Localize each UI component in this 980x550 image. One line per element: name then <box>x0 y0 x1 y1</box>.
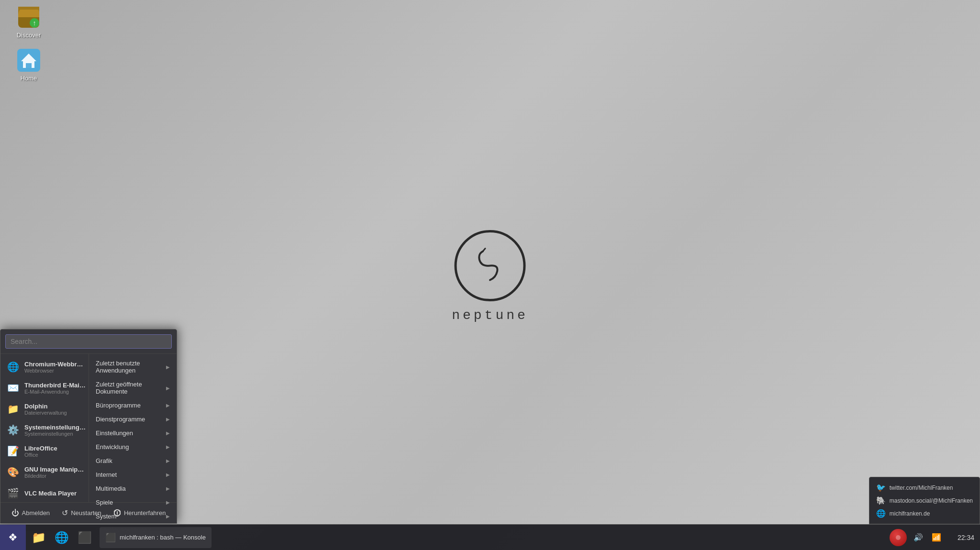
chevron-right-icon: ▶ <box>166 486 170 491</box>
taskbar-app-files[interactable]: 📁 <box>28 527 50 549</box>
thunderbird-icon: ✉️ <box>6 381 20 395</box>
app-subtitle-gimp: Bildeditor <box>24 473 87 479</box>
app-item-systemeinstellungen[interactable]: ⚙️ Systemeinstellungen Systemeinstellung… <box>0 419 89 440</box>
app-item-vlc[interactable]: 🎬 VLC Media Player <box>0 483 89 502</box>
active-window-icon: ⬛ <box>105 532 116 543</box>
chevron-right-icon: ▶ <box>166 403 170 408</box>
system-tray: 🔊 📶 22:34 <box>890 529 980 546</box>
files-icon: 📁 <box>32 531 46 544</box>
category-internet[interactable]: Internet ▶ <box>89 468 177 482</box>
tray-avatar[interactable] <box>890 529 907 546</box>
app-subtitle-libreoffice: Office <box>24 452 57 458</box>
app-name-dolphin: Dolphin <box>24 403 67 410</box>
systemeinstellungen-icon: ⚙️ <box>6 423 20 437</box>
action-abmelden[interactable]: ⏻ Abmelden <box>8 506 54 519</box>
abmelden-label: Abmelden <box>22 509 50 517</box>
social-item-mastodon[interactable]: 🐘 mastodon.social/@MichlFranken <box>876 494 973 507</box>
app-subtitle-dolphin: Dateierverwaltung <box>24 410 67 416</box>
discover-icon-label: Discover <box>17 32 41 39</box>
app-item-gimp[interactable]: 🎨 GNU Image Manipulation ... Bildeditor <box>0 462 89 483</box>
desktop: ↑ Discover Home neptune <box>0 0 980 550</box>
app-subtitle-thunderbird: E-Mail-Anwendung <box>24 389 87 395</box>
app-item-thunderbird[interactable]: ✉️ Thunderbird E-Mail und ... E-Mail-Anw… <box>0 377 89 398</box>
vlc-icon: 🎬 <box>6 486 20 500</box>
desktop-icon-home[interactable]: Home <box>7 48 50 82</box>
volume-icon[interactable]: 🔊 <box>912 531 925 544</box>
chevron-right-icon: ▶ <box>166 444 170 450</box>
app-subtitle-systemeinstellungen: Systemeinstellungen <box>24 431 87 437</box>
herunterfahren-icon: ⏼ <box>113 509 121 517</box>
chevron-right-icon: ▶ <box>166 364 170 370</box>
app-name-libreoffice: LibreOffice <box>24 445 57 452</box>
search-bar-container <box>0 330 177 354</box>
network-icon[interactable]: 📶 <box>930 531 943 544</box>
app-item-libreoffice[interactable]: 📝 LibreOffice Office <box>0 440 89 462</box>
svg-rect-8 <box>26 63 32 68</box>
app-name-chromium: Chromium-Webbrowser <box>24 361 87 368</box>
libreoffice-icon: 📝 <box>6 444 20 458</box>
app-subtitle-chromium: Webbrowser <box>24 368 87 374</box>
right-panel: Zuletzt benutzte Anwendungen ▶ Zuletzt g… <box>89 354 177 502</box>
social-label-mastodon: mastodon.social/@MichlFranken <box>890 497 973 504</box>
app-name-gimp: GNU Image Manipulation ... <box>24 466 87 473</box>
website-icon: 🌐 <box>876 509 886 518</box>
chevron-right-icon: ▶ <box>166 430 170 436</box>
social-item-website[interactable]: 🌐 michlfranken.de <box>876 507 973 520</box>
dolphin-icon: 📁 <box>6 402 20 416</box>
search-input[interactable] <box>5 334 172 349</box>
start-button[interactable]: ❖ <box>0 525 26 550</box>
category-dienstprogramme[interactable]: Dienstprogramme ▶ <box>89 412 177 426</box>
neustarten-icon: ↺ <box>62 508 68 517</box>
twitter-icon: 🐦 <box>876 483 886 492</box>
taskbar-app-browser[interactable]: 🌐 <box>51 527 73 549</box>
app-item-dolphin[interactable]: 📁 Dolphin Dateierverwaltung <box>0 398 89 419</box>
chevron-right-icon: ▶ <box>166 472 170 477</box>
social-label-twitter: twitter.com/MichlFranken <box>890 484 953 491</box>
taskbar-pinned-apps: 📁 🌐 ⬛ <box>26 525 98 550</box>
chevron-right-icon: ▶ <box>166 500 170 505</box>
desktop-icon-discover[interactable]: ↑ Discover <box>7 5 50 39</box>
app-name-vlc: VLC Media Player <box>24 490 77 497</box>
category-entwicklung[interactable]: Entwicklung ▶ <box>89 440 177 454</box>
chevron-right-icon: ▶ <box>166 417 170 422</box>
category-zuletzt-geoeffnet[interactable]: Zuletzt geöffnete Dokumente ▶ <box>89 377 177 398</box>
active-window-button[interactable]: ⬛ michlfranken : bash — Konsole <box>100 527 212 548</box>
taskbar: ❖ 📁 🌐 ⬛ ⬛ michlfranken : bash — Konsole … <box>0 524 980 550</box>
app-item-chromium[interactable]: 🌐 Chromium-Webbrowser Webbrowser <box>0 356 89 377</box>
menu-content: 🌐 Chromium-Webbrowser Webbrowser ✉️ Thun… <box>0 354 177 502</box>
category-bueroprogramme[interactable]: Büroprogramme ▶ <box>89 398 177 412</box>
neptune-logo: neptune <box>452 228 528 323</box>
svg-text:↑: ↑ <box>33 19 36 27</box>
chevron-right-icon: ▶ <box>166 385 170 391</box>
neustarten-label: Neustarten <box>71 509 101 517</box>
gimp-icon: 🎨 <box>6 465 20 479</box>
taskbar-app-terminal[interactable]: ⬛ <box>74 527 96 549</box>
category-einstellungen[interactable]: Einstellungen ▶ <box>89 426 177 440</box>
social-label-website: michlfranken.de <box>890 510 930 517</box>
category-zuletzt-benutzte[interactable]: Zuletzt benutzte Anwendungen ▶ <box>89 356 177 377</box>
app-name-systemeinstellungen: Systemeinstellungen <box>24 424 87 431</box>
tray-clock[interactable]: 22:34 <box>948 534 974 541</box>
action-neustarten[interactable]: ↺ Neustarten <box>58 506 105 519</box>
chevron-right-icon: ▶ <box>166 458 170 463</box>
browser-icon: 🌐 <box>55 531 69 544</box>
action-herunterfahren[interactable]: ⏼ Herunterfahren <box>110 506 169 519</box>
app-name-thunderbird: Thunderbird E-Mail und ... <box>24 382 87 389</box>
category-grafik[interactable]: Grafik ▶ <box>89 454 177 468</box>
start-menu: 🌐 Chromium-Webbrowser Webbrowser ✉️ Thun… <box>0 329 177 524</box>
chromium-icon: 🌐 <box>6 360 20 374</box>
terminal-icon: ⬛ <box>78 531 92 544</box>
active-window-label: michlfranken : bash — Konsole <box>120 534 206 541</box>
mastodon-icon: 🐘 <box>876 496 886 505</box>
home-icon-label: Home <box>21 75 37 82</box>
left-panel: 🌐 Chromium-Webbrowser Webbrowser ✉️ Thun… <box>0 354 89 502</box>
social-panel: 🐦 twitter.com/MichlFranken 🐘 mastodon.so… <box>869 477 980 524</box>
herunterfahren-label: Herunterfahren <box>124 509 166 517</box>
start-icon: ❖ <box>8 531 18 544</box>
abmelden-icon: ⏻ <box>11 509 19 517</box>
category-multimedia[interactable]: Multimedia ▶ <box>89 482 177 495</box>
neptune-logo-text: neptune <box>452 308 528 323</box>
social-item-twitter[interactable]: 🐦 twitter.com/MichlFranken <box>876 481 973 494</box>
